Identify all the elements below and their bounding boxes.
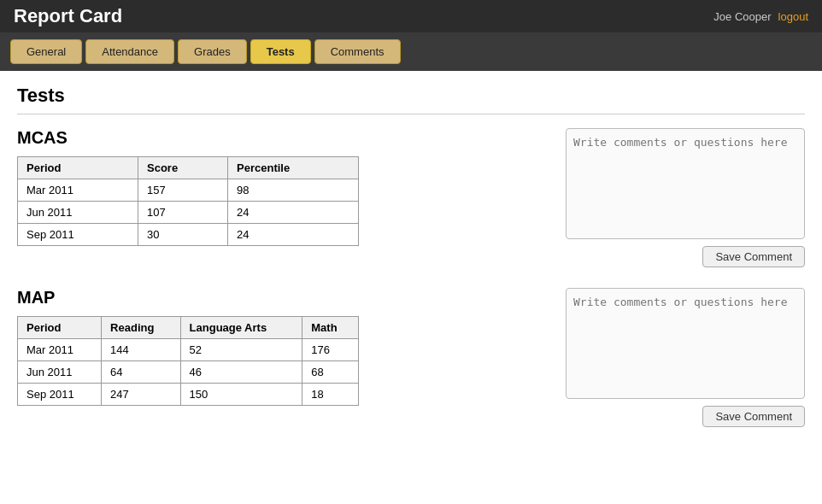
table-cell: 144 <box>102 339 181 361</box>
nav-tab-comments[interactable]: Comments <box>314 39 401 64</box>
section-mcas: MCASPeriodScorePercentileMar 201115798Ju… <box>17 128 805 267</box>
mcas-right: Save Comment <box>379 128 805 267</box>
table-cell: Mar 2011 <box>18 179 138 202</box>
table-cell: 24 <box>228 202 359 224</box>
nav-tab-attendance[interactable]: Attendance <box>85 39 174 64</box>
app-title: Report Card <box>14 5 122 27</box>
table-cell: 157 <box>138 179 227 202</box>
map-heading: MAP <box>17 288 359 308</box>
col-header: Percentile <box>228 157 359 179</box>
table-cell: 68 <box>302 361 359 384</box>
logout-link[interactable]: logout <box>778 10 808 23</box>
col-header: Period <box>18 157 138 179</box>
table-cell: Sep 2011 <box>18 224 138 246</box>
table-cell: Jun 2011 <box>18 361 102 384</box>
map-left: MAPPeriodReadingLanguage ArtsMathMar 201… <box>17 288 359 427</box>
col-header: Score <box>138 157 227 179</box>
nav-tab-grades[interactable]: Grades <box>178 39 247 64</box>
map-comment-textarea[interactable] <box>566 288 805 399</box>
table-cell: 52 <box>180 339 302 361</box>
mcas-save-button[interactable]: Save Comment <box>702 246 805 267</box>
nav-tab-tests[interactable]: Tests <box>250 39 311 64</box>
table-cell: 107 <box>138 202 227 224</box>
table-row: Sep 201124715018 <box>18 384 359 406</box>
main-content: Tests MCASPeriodScorePercentileMar 20111… <box>0 71 822 461</box>
table-cell: 64 <box>102 361 181 384</box>
section-map: MAPPeriodReadingLanguage ArtsMathMar 201… <box>17 288 805 427</box>
table-row: Jun 201110724 <box>18 202 359 224</box>
table-header-row: PeriodScorePercentile <box>18 157 359 179</box>
table-cell: 176 <box>302 339 359 361</box>
col-header: Reading <box>102 317 181 339</box>
table-cell: 30 <box>138 224 227 246</box>
col-header: Period <box>18 317 102 339</box>
table-header-row: PeriodReadingLanguage ArtsMath <box>18 317 359 339</box>
table-cell: 24 <box>228 224 359 246</box>
mcas-heading: MCAS <box>17 128 359 148</box>
table-row: Mar 201114452176 <box>18 339 359 361</box>
table-cell: Jun 2011 <box>18 202 138 224</box>
table-row: Jun 2011644668 <box>18 361 359 384</box>
map-table: PeriodReadingLanguage ArtsMathMar 201114… <box>17 316 359 406</box>
col-header: Language Arts <box>180 317 302 339</box>
nav-tab-general[interactable]: General <box>10 39 82 64</box>
table-cell: Sep 2011 <box>18 384 102 406</box>
table-row: Mar 201115798 <box>18 179 359 202</box>
table-cell: 98 <box>228 179 359 202</box>
map-right: Save Comment <box>379 288 805 427</box>
mcas-comment-textarea[interactable] <box>566 128 805 239</box>
page-title: Tests <box>17 85 805 114</box>
username-label: Joe Cooper <box>713 10 771 23</box>
header: Report Card Joe Cooper logout <box>0 0 822 32</box>
table-cell: 247 <box>102 384 181 406</box>
table-cell: 150 <box>180 384 302 406</box>
col-header: Math <box>302 317 359 339</box>
table-cell: 46 <box>180 361 302 384</box>
map-save-button[interactable]: Save Comment <box>702 406 805 427</box>
table-cell: Mar 2011 <box>18 339 102 361</box>
table-cell: 18 <box>302 384 359 406</box>
nav-bar: GeneralAttendanceGradesTestsComments <box>0 32 822 71</box>
sections-container: MCASPeriodScorePercentileMar 201115798Ju… <box>17 128 805 427</box>
table-row: Sep 20113024 <box>18 224 359 246</box>
mcas-left: MCASPeriodScorePercentileMar 201115798Ju… <box>17 128 359 267</box>
mcas-table: PeriodScorePercentileMar 201115798Jun 20… <box>17 156 359 246</box>
header-user-area: Joe Cooper logout <box>713 10 808 23</box>
